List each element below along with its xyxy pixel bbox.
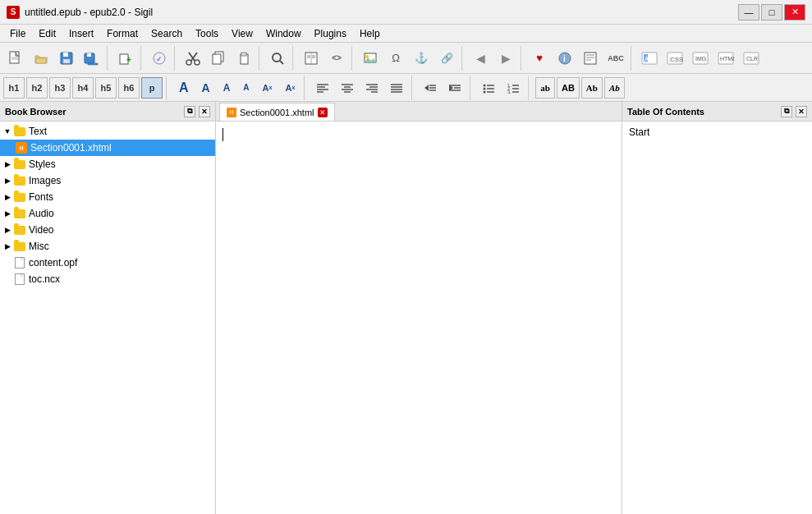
app-icon: S	[7, 6, 20, 19]
svg-text:3.: 3.	[507, 89, 512, 94]
list-ordered-button[interactable]: 1.2.3.	[502, 77, 525, 99]
heading5-button[interactable]: h5	[95, 77, 117, 99]
editor-content[interactable]	[216, 122, 622, 514]
svg-line-22	[280, 61, 283, 64]
font-size-medium-button[interactable]: A	[196, 77, 216, 99]
tab-close-button[interactable]: ✕	[318, 108, 328, 117]
menu-window[interactable]: Window	[259, 26, 308, 41]
toc-edit-button[interactable]	[578, 46, 603, 71]
book-view-button[interactable]	[299, 46, 323, 71]
heading6-button[interactable]: h6	[118, 77, 140, 99]
toc-close-button[interactable]: ✕	[796, 106, 807, 117]
report5-button[interactable]: CLR	[739, 46, 764, 71]
heading2-button[interactable]: h2	[26, 77, 48, 99]
tree-label-toc-ncx: toc.ncx	[29, 273, 60, 285]
insert-special-char-button[interactable]: Ω	[383, 46, 408, 71]
indent-out-button[interactable]	[419, 77, 442, 99]
align-center-button[interactable]	[336, 77, 359, 99]
separator10	[166, 76, 170, 100]
tree-item-misc[interactable]: ▶ Misc	[0, 238, 215, 255]
toc-undock-button[interactable]: ⧉	[781, 106, 792, 117]
menu-edit[interactable]: Edit	[32, 26, 62, 41]
menu-view[interactable]: View	[225, 26, 259, 41]
spellcheck-button[interactable]: ABC	[603, 46, 628, 71]
svg-point-75	[484, 90, 486, 93]
minimize-button[interactable]: —	[738, 4, 759, 21]
style-allcaps-button[interactable]: AB	[557, 77, 580, 99]
report1-button[interactable]: Aa	[637, 46, 662, 71]
paste-button[interactable]	[232, 46, 256, 71]
separator8	[521, 46, 525, 71]
style-capitalize-button[interactable]: Ab	[581, 77, 603, 99]
metadata-editor-button[interactable]: i	[553, 46, 577, 71]
copy-button[interactable]	[206, 46, 231, 71]
editor-tab-section0001[interactable]: H Section0001.xhtml ✕	[219, 103, 335, 121]
tree-item-audio[interactable]: ▶ Audio	[0, 205, 215, 222]
add-existing-button[interactable]: +	[113, 46, 138, 71]
maximize-button[interactable]: □	[761, 4, 782, 21]
tree-item-images[interactable]: ▶ Images	[0, 172, 215, 189]
find-button[interactable]	[265, 46, 290, 71]
back-button[interactable]: ◀	[468, 46, 493, 71]
font-size-sub-button[interactable]: Ax	[257, 77, 278, 99]
align-justify-button[interactable]	[385, 77, 408, 99]
insert-image-button[interactable]	[358, 46, 383, 71]
heading3-button[interactable]: h3	[49, 77, 71, 99]
open-button[interactable]	[29, 46, 53, 71]
menu-help[interactable]: Help	[353, 26, 387, 41]
menu-file[interactable]: File	[3, 26, 32, 41]
menu-format[interactable]: Format	[100, 26, 145, 41]
align-left-button[interactable]	[311, 77, 334, 99]
save-button[interactable]	[54, 46, 79, 71]
tree-item-styles[interactable]: ▶ Styles	[0, 156, 215, 172]
menu-insert[interactable]: Insert	[62, 26, 100, 41]
list-unordered-button[interactable]	[477, 77, 500, 99]
book-browser-close[interactable]: ✕	[199, 106, 210, 117]
font-size-xsmall-button[interactable]: A	[237, 77, 255, 99]
style-italic-button[interactable]: Ab	[604, 77, 625, 99]
book-browser-panel: Book Browser ⧉ ✕ ▼ Text H Section0001.xh…	[0, 102, 216, 514]
save-all-button[interactable]	[80, 46, 104, 71]
menu-plugins[interactable]: Plugins	[308, 26, 353, 41]
font-size-small-button[interactable]: A	[218, 77, 236, 99]
opf-file-icon	[13, 256, 26, 269]
svg-point-21	[273, 53, 281, 62]
menu-bar: File Edit Insert Format Search Tools Vie…	[0, 25, 812, 43]
forward-button[interactable]: ▶	[493, 46, 518, 71]
tree-item-video[interactable]: ▶ Video	[0, 222, 215, 238]
report3-button[interactable]: IMG	[688, 46, 713, 71]
paragraph-button[interactable]: p	[141, 77, 163, 99]
tree-item-section0001[interactable]: H Section0001.xhtml	[0, 140, 215, 156]
indent-in-button[interactable]	[443, 77, 466, 99]
book-browser-undock[interactable]: ⧉	[184, 106, 195, 117]
tree-item-fonts[interactable]: ▶ Fonts	[0, 189, 215, 205]
tree-item-content-opf[interactable]: ▶ content.opf	[0, 255, 215, 271]
menu-search[interactable]: Search	[145, 26, 189, 41]
report4-button[interactable]: HTML	[713, 46, 738, 71]
style-normal-button[interactable]: ab	[535, 77, 555, 99]
toc-item-start[interactable]: Start	[626, 125, 809, 140]
audio-folder-icon	[13, 207, 26, 220]
align-right-button[interactable]	[360, 77, 383, 99]
heading4-button[interactable]: h4	[72, 77, 94, 99]
close-button[interactable]: ✕	[784, 4, 805, 21]
new-button[interactable]	[3, 46, 28, 71]
svg-text:✓: ✓	[156, 55, 163, 63]
insert-hyperlink-button[interactable]: 🔗	[434, 46, 459, 71]
svg-text:CLR: CLR	[746, 56, 758, 62]
insert-link-button[interactable]: ⚓	[409, 46, 434, 71]
text-cursor	[222, 128, 223, 141]
report2-button[interactable]: CSS	[663, 46, 687, 71]
separator12	[411, 76, 415, 100]
font-size-super-button[interactable]: Ax	[279, 77, 300, 99]
code-view-button[interactable]: <>	[324, 46, 349, 71]
cut-button[interactable]	[181, 46, 205, 71]
svg-rect-5	[63, 59, 70, 63]
tree-item-toc-ncx[interactable]: ▶ toc.ncx	[0, 271, 215, 287]
heading1-button[interactable]: h1	[3, 77, 25, 99]
spellcheck-heart-button[interactable]: ♥	[527, 46, 552, 71]
font-size-increase-button[interactable]: A	[173, 77, 195, 99]
tree-item-text-group[interactable]: ▼ Text	[0, 123, 215, 140]
validate-button[interactable]: ✓	[147, 46, 172, 71]
menu-tools[interactable]: Tools	[189, 26, 225, 41]
